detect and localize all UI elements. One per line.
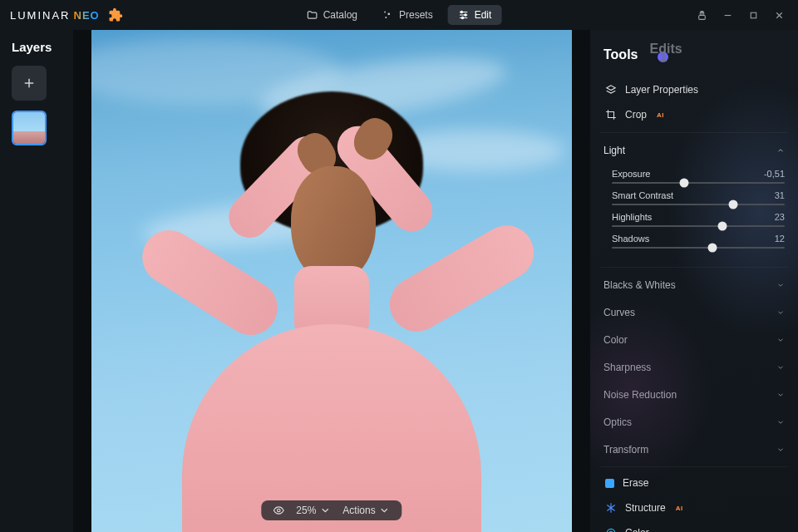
slider-smart-contrast[interactable]: Smart Contrast31 (612, 190, 785, 205)
tool-label: Color (625, 527, 649, 532)
svg-point-8 (278, 509, 281, 512)
slider-label: Shadows (612, 234, 649, 244)
tool-label: Erase (623, 477, 648, 489)
slider-shadows[interactable]: Shadows12 (612, 234, 785, 249)
window-controls (697, 10, 791, 21)
panel-tab-tools[interactable]: Tools (603, 47, 638, 62)
snowflake-icon (605, 502, 617, 514)
layers-icon (605, 84, 617, 96)
section-blacks-whites[interactable]: Blacks & Whites (590, 271, 798, 298)
section-sharpness[interactable]: Sharpness (590, 353, 798, 381)
light-controls: Exposure-0,51 Smart Contrast31 Highlight… (590, 169, 798, 264)
sparkle-icon (382, 9, 394, 21)
tool-label: Crop (625, 109, 647, 121)
zoom-dropdown[interactable]: 25% (296, 505, 331, 516)
svg-point-3 (461, 11, 462, 12)
svg-rect-7 (751, 12, 756, 18)
slider-highlights[interactable]: Highlights23 (612, 212, 785, 227)
chevron-down-icon (776, 336, 785, 344)
tab-label: Catalog (323, 9, 357, 21)
tool-color[interactable]: Color (590, 520, 798, 532)
slider-value: -0,51 (764, 169, 785, 179)
actions-dropdown[interactable]: Actions (342, 505, 390, 516)
svg-point-0 (385, 12, 387, 13)
plus-icon (22, 76, 37, 91)
share-icon[interactable] (697, 10, 707, 21)
chevron-up-icon (776, 146, 785, 155)
tab-label: Edit (475, 9, 492, 21)
section-label: Transform (603, 444, 648, 456)
chevron-down-icon (776, 308, 785, 317)
panel-tabs: Tools Edits 1 (590, 38, 798, 76)
app-logo: LUMINAR NEO (10, 9, 100, 22)
tab-edit[interactable]: Edit (448, 5, 502, 25)
chevron-down-icon (776, 446, 785, 454)
section-color[interactable]: Color (590, 326, 798, 353)
logo-word-1: LUMINAR (10, 9, 71, 22)
slider-value: 31 (775, 190, 785, 200)
layer-thumbnail[interactable] (12, 111, 47, 145)
slider-label: Smart Contrast (612, 190, 673, 200)
svg-point-1 (388, 12, 391, 15)
tab-catalog[interactable]: Catalog (297, 5, 367, 25)
slider-label: Exposure (612, 169, 650, 179)
section-label: Blacks & Whites (603, 279, 676, 291)
svg-point-4 (465, 14, 466, 16)
slider-exposure[interactable]: Exposure-0,51 (612, 169, 785, 184)
slider-label: Highlights (612, 212, 652, 222)
tool-layer-properties[interactable]: Layer Properties (590, 77, 798, 102)
color-ring-icon (605, 527, 617, 532)
extensions-icon[interactable] (108, 7, 123, 22)
chevron-down-icon (776, 391, 785, 399)
chevron-down-icon (776, 418, 785, 426)
crop-icon (605, 109, 617, 121)
slider-value: 12 (775, 234, 785, 244)
top-bar: LUMINAR NEO Catalog Presets Edit (0, 0, 798, 30)
mode-tabs: Catalog Presets Edit (297, 5, 502, 25)
panel-tab-edits[interactable]: Edits 1 (649, 42, 682, 67)
slider-value: 23 (775, 212, 785, 222)
chevron-down-icon (319, 505, 331, 516)
actions-label: Actions (342, 505, 375, 516)
section-label: Color (603, 334, 628, 346)
logo-word-2: NEO (74, 9, 100, 22)
main-area: Layers 25% Actions (0, 30, 798, 532)
canvas-viewport: 25% Actions (73, 30, 590, 532)
svg-rect-6 (699, 15, 706, 19)
section-curves[interactable]: Curves (590, 298, 798, 326)
slider-thumb[interactable] (680, 179, 689, 188)
tool-crop[interactable]: Crop AI (590, 102, 798, 127)
slider-thumb[interactable] (728, 200, 737, 209)
section-label: Curves (603, 307, 635, 318)
zoom-value: 25% (296, 505, 316, 516)
image-canvas[interactable] (91, 30, 572, 532)
section-light[interactable]: Light (590, 136, 798, 164)
section-transform[interactable]: Transform (590, 436, 798, 463)
eye-icon[interactable] (273, 505, 284, 516)
minimize-icon[interactable] (722, 10, 733, 21)
section-label: Noise Reduction (603, 389, 677, 401)
section-label: Light (603, 145, 625, 156)
add-layer-button[interactable] (12, 66, 47, 101)
tool-structure[interactable]: Structure AI (590, 495, 798, 520)
maximize-icon[interactable] (748, 10, 759, 21)
section-optics[interactable]: Optics (590, 408, 798, 436)
layers-sidebar: Layers (0, 30, 73, 532)
slider-thumb[interactable] (707, 244, 717, 253)
tool-erase[interactable]: Erase (590, 470, 798, 495)
tab-label: Presets (399, 9, 433, 21)
square-icon (605, 479, 614, 488)
svg-point-2 (386, 17, 387, 18)
chevron-down-icon (776, 363, 785, 372)
layers-title: Layers (12, 40, 73, 54)
slider-thumb[interactable] (718, 222, 727, 231)
canvas-toolbar: 25% Actions (261, 500, 401, 520)
close-icon[interactable] (774, 10, 785, 21)
sliders-icon (458, 9, 470, 21)
edits-badge: 1 (658, 52, 668, 62)
tab-presets[interactable]: Presets (372, 5, 443, 25)
section-noise-reduction[interactable]: Noise Reduction (590, 381, 798, 408)
ai-badge: AI (657, 111, 664, 119)
tool-label: Layer Properties (625, 84, 698, 96)
svg-point-5 (461, 17, 463, 18)
